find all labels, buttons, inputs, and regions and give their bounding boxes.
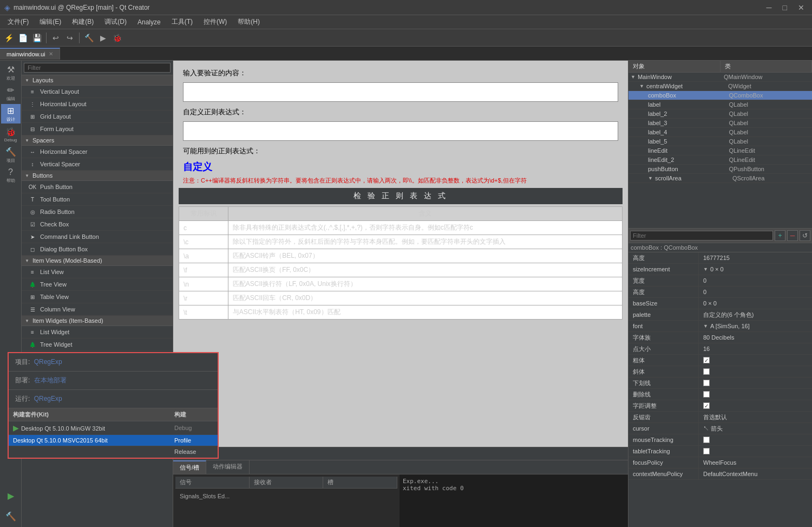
popup-project-label: 项目: xyxy=(15,358,30,366)
kit-col-header: 构建套件(Kit) xyxy=(9,408,170,421)
kit-name-2 xyxy=(9,446,170,458)
popup-location-row: 部署: 在本地部署 xyxy=(9,372,218,390)
kit-name-0: ▶ Desktop Qt 5.10.0 MinGW 32bit xyxy=(9,421,170,435)
kit-build-1[interactable]: Profile xyxy=(170,435,218,446)
kit-build-0[interactable]: Debug xyxy=(170,421,218,435)
popup-overlay: 项目: QRegExp 部署: 在本地部署 运行: QRegExp 构建套件(K… xyxy=(0,0,812,527)
build-popup: 项目: QRegExp 部署: 在本地部署 运行: QRegExp 构建套件(K… xyxy=(8,352,219,459)
popup-location-label: 部署: xyxy=(15,376,30,384)
popup-location-val: 在本地部署 xyxy=(34,376,67,384)
build-col-header: 构建 xyxy=(170,408,218,421)
kit-build-2[interactable]: Release xyxy=(170,446,218,458)
popup-project-val: QRegExp xyxy=(34,358,62,366)
kit-row-0[interactable]: ▶ Desktop Qt 5.10.0 MinGW 32bitDebug xyxy=(9,421,218,435)
build-kit-table: 构建套件(Kit) 构建 ▶ Desktop Qt 5.10.0 MinGW 3… xyxy=(9,408,218,458)
kit-row-2[interactable]: Release xyxy=(9,446,218,458)
kit-row-1[interactable]: Desktop Qt 5.10.0 MSVC2015 64bitProfile xyxy=(9,435,218,446)
popup-info: 项目: QRegExp xyxy=(9,353,218,372)
kit-name-1: Desktop Qt 5.10.0 MSVC2015 64bit xyxy=(9,435,170,446)
run-icon-0[interactable]: ▶ xyxy=(13,424,21,432)
popup-run-val: QRegExp xyxy=(34,395,62,402)
popup-run-row: 运行: QRegExp xyxy=(9,390,218,408)
kit-tbody: ▶ Desktop Qt 5.10.0 MinGW 32bitDebugDesk… xyxy=(9,421,218,458)
popup-run-label: 运行: xyxy=(15,395,30,402)
